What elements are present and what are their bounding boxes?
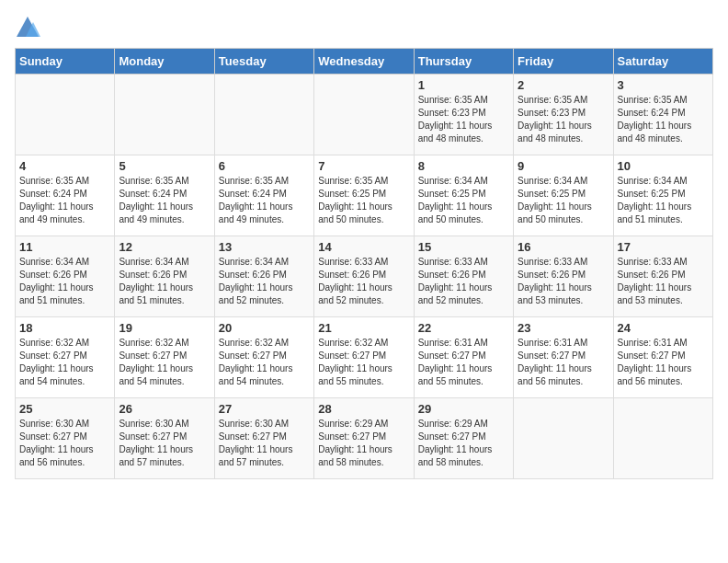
day-number: 24: [618, 321, 709, 335]
day-info: Sunrise: 6:31 AM Sunset: 6:27 PM Dayligh…: [618, 337, 709, 388]
day-number: 1: [418, 78, 509, 92]
day-info: Sunrise: 6:33 AM Sunset: 6:26 PM Dayligh…: [418, 256, 509, 307]
day-number: 5: [119, 159, 210, 173]
day-number: 11: [19, 240, 110, 254]
calendar-cell: 29Sunrise: 6:29 AM Sunset: 6:27 PM Dayli…: [414, 398, 513, 479]
day-info: Sunrise: 6:34 AM Sunset: 6:25 PM Dayligh…: [518, 175, 609, 226]
calendar-cell: 13Sunrise: 6:34 AM Sunset: 6:26 PM Dayli…: [214, 236, 313, 317]
day-number: 4: [19, 159, 110, 173]
day-info: Sunrise: 6:35 AM Sunset: 6:24 PM Dayligh…: [19, 175, 110, 226]
calendar-cell: 16Sunrise: 6:33 AM Sunset: 6:26 PM Dayli…: [514, 236, 613, 317]
calendar-cell: 8Sunrise: 6:34 AM Sunset: 6:25 PM Daylig…: [414, 155, 513, 236]
day-info: Sunrise: 6:35 AM Sunset: 6:23 PM Dayligh…: [518, 94, 609, 145]
day-number: 28: [318, 402, 409, 416]
day-number: 10: [618, 159, 709, 173]
calendar-cell: 1Sunrise: 6:35 AM Sunset: 6:23 PM Daylig…: [414, 75, 513, 155]
calendar-cell: 5Sunrise: 6:35 AM Sunset: 6:24 PM Daylig…: [115, 155, 214, 236]
day-info: Sunrise: 6:31 AM Sunset: 6:27 PM Dayligh…: [518, 337, 609, 388]
calendar-cell: 26Sunrise: 6:30 AM Sunset: 6:27 PM Dayli…: [115, 398, 214, 479]
day-number: 2: [518, 78, 609, 92]
day-info: Sunrise: 6:32 AM Sunset: 6:27 PM Dayligh…: [119, 337, 210, 388]
day-info: Sunrise: 6:34 AM Sunset: 6:26 PM Dayligh…: [119, 256, 210, 307]
calendar-cell: [214, 75, 313, 155]
day-info: Sunrise: 6:31 AM Sunset: 6:27 PM Dayligh…: [418, 337, 509, 388]
calendar-cell: 17Sunrise: 6:33 AM Sunset: 6:26 PM Dayli…: [613, 236, 712, 317]
day-info: Sunrise: 6:32 AM Sunset: 6:27 PM Dayligh…: [219, 337, 310, 388]
day-number: 14: [318, 240, 409, 254]
day-info: Sunrise: 6:30 AM Sunset: 6:27 PM Dayligh…: [219, 418, 310, 469]
day-info: Sunrise: 6:30 AM Sunset: 6:27 PM Dayligh…: [19, 418, 110, 469]
weekday-header-wednesday: Wednesday: [314, 49, 414, 75]
calendar-cell: 27Sunrise: 6:30 AM Sunset: 6:27 PM Dayli…: [214, 398, 313, 479]
day-number: 29: [418, 402, 509, 416]
calendar-cell: 6Sunrise: 6:35 AM Sunset: 6:24 PM Daylig…: [214, 155, 313, 236]
day-info: Sunrise: 6:33 AM Sunset: 6:26 PM Dayligh…: [318, 256, 409, 307]
calendar-cell: [16, 75, 115, 155]
day-number: 3: [618, 78, 709, 92]
calendar-cell: 14Sunrise: 6:33 AM Sunset: 6:26 PM Dayli…: [314, 236, 414, 317]
day-info: Sunrise: 6:35 AM Sunset: 6:25 PM Dayligh…: [318, 175, 409, 226]
day-number: 19: [119, 321, 210, 335]
weekday-header-thursday: Thursday: [414, 49, 513, 75]
day-number: 16: [518, 240, 609, 254]
day-info: Sunrise: 6:32 AM Sunset: 6:27 PM Dayligh…: [318, 337, 409, 388]
day-number: 7: [318, 159, 409, 173]
day-info: Sunrise: 6:34 AM Sunset: 6:26 PM Dayligh…: [219, 256, 310, 307]
day-number: 9: [518, 159, 609, 173]
calendar-cell: 19Sunrise: 6:32 AM Sunset: 6:27 PM Dayli…: [115, 317, 214, 398]
calendar-cell: 10Sunrise: 6:34 AM Sunset: 6:25 PM Dayli…: [613, 155, 712, 236]
calendar-cell: 24Sunrise: 6:31 AM Sunset: 6:27 PM Dayli…: [613, 317, 712, 398]
day-info: Sunrise: 6:30 AM Sunset: 6:27 PM Dayligh…: [119, 418, 210, 469]
day-info: Sunrise: 6:33 AM Sunset: 6:26 PM Dayligh…: [618, 256, 709, 307]
day-info: Sunrise: 6:35 AM Sunset: 6:24 PM Dayligh…: [219, 175, 310, 226]
weekday-header-friday: Friday: [514, 49, 613, 75]
day-number: 21: [318, 321, 409, 335]
day-info: Sunrise: 6:35 AM Sunset: 6:24 PM Dayligh…: [119, 175, 210, 226]
day-number: 15: [418, 240, 509, 254]
calendar-table: SundayMondayTuesdayWednesdayThursdayFrid…: [15, 48, 713, 479]
day-info: Sunrise: 6:35 AM Sunset: 6:23 PM Dayligh…: [418, 94, 509, 145]
calendar-cell: 18Sunrise: 6:32 AM Sunset: 6:27 PM Dayli…: [16, 317, 115, 398]
day-info: Sunrise: 6:29 AM Sunset: 6:27 PM Dayligh…: [418, 418, 509, 469]
weekday-header-monday: Monday: [115, 49, 214, 75]
calendar-cell: 22Sunrise: 6:31 AM Sunset: 6:27 PM Dayli…: [414, 317, 513, 398]
calendar-cell: 21Sunrise: 6:32 AM Sunset: 6:27 PM Dayli…: [314, 317, 414, 398]
calendar-cell: 25Sunrise: 6:30 AM Sunset: 6:27 PM Dayli…: [16, 398, 115, 479]
day-number: 13: [219, 240, 310, 254]
calendar-cell: 2Sunrise: 6:35 AM Sunset: 6:23 PM Daylig…: [514, 75, 613, 155]
calendar-cell: 23Sunrise: 6:31 AM Sunset: 6:27 PM Dayli…: [514, 317, 613, 398]
day-info: Sunrise: 6:34 AM Sunset: 6:25 PM Dayligh…: [418, 175, 509, 226]
day-info: Sunrise: 6:34 AM Sunset: 6:25 PM Dayligh…: [618, 175, 709, 226]
weekday-header-sunday: Sunday: [16, 49, 115, 75]
day-number: 6: [219, 159, 310, 173]
day-info: Sunrise: 6:29 AM Sunset: 6:27 PM Dayligh…: [318, 418, 409, 469]
day-info: Sunrise: 6:35 AM Sunset: 6:24 PM Dayligh…: [618, 94, 709, 145]
day-number: 22: [418, 321, 509, 335]
calendar-cell: [314, 75, 414, 155]
day-number: 12: [119, 240, 210, 254]
calendar-cell: 15Sunrise: 6:33 AM Sunset: 6:26 PM Dayli…: [414, 236, 513, 317]
page-header: [15, 15, 713, 40]
calendar-cell: 3Sunrise: 6:35 AM Sunset: 6:24 PM Daylig…: [613, 75, 712, 155]
day-number: 17: [618, 240, 709, 254]
day-info: Sunrise: 6:32 AM Sunset: 6:27 PM Dayligh…: [19, 337, 110, 388]
calendar-cell: 4Sunrise: 6:35 AM Sunset: 6:24 PM Daylig…: [16, 155, 115, 236]
day-number: 20: [219, 321, 310, 335]
logo: [15, 15, 44, 40]
day-number: 27: [219, 402, 310, 416]
day-info: Sunrise: 6:33 AM Sunset: 6:26 PM Dayligh…: [518, 256, 609, 307]
calendar-cell: [115, 75, 214, 155]
calendar-cell: 20Sunrise: 6:32 AM Sunset: 6:27 PM Dayli…: [214, 317, 313, 398]
day-number: 25: [19, 402, 110, 416]
day-number: 23: [518, 321, 609, 335]
weekday-header-tuesday: Tuesday: [214, 49, 313, 75]
weekday-header-saturday: Saturday: [613, 49, 712, 75]
calendar-cell: [613, 398, 712, 479]
logo-icon: [15, 15, 40, 40]
day-info: Sunrise: 6:34 AM Sunset: 6:26 PM Dayligh…: [19, 256, 110, 307]
calendar-cell: 9Sunrise: 6:34 AM Sunset: 6:25 PM Daylig…: [514, 155, 613, 236]
calendar-cell: 7Sunrise: 6:35 AM Sunset: 6:25 PM Daylig…: [314, 155, 414, 236]
calendar-cell: 11Sunrise: 6:34 AM Sunset: 6:26 PM Dayli…: [16, 236, 115, 317]
day-number: 18: [19, 321, 110, 335]
calendar-cell: 28Sunrise: 6:29 AM Sunset: 6:27 PM Dayli…: [314, 398, 414, 479]
